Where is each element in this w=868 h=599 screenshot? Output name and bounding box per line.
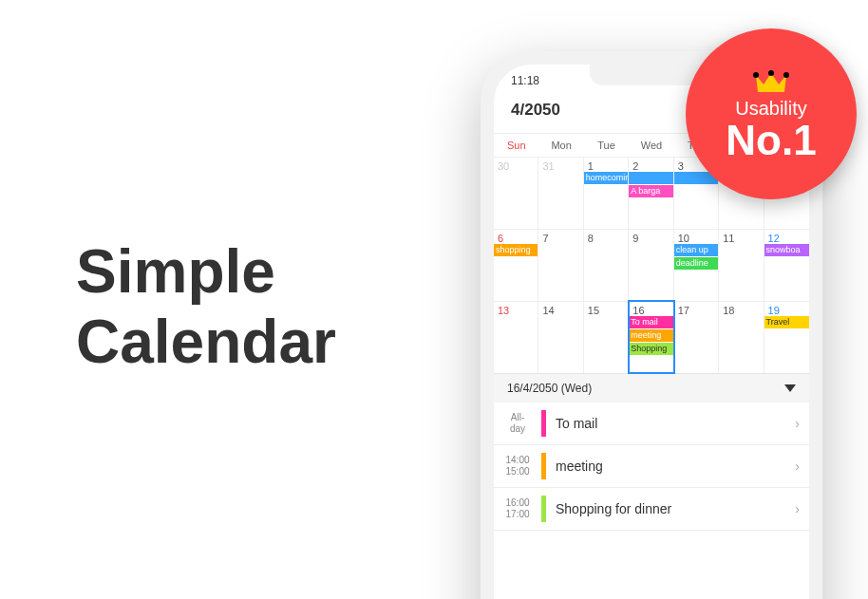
date-number: 2 <box>629 158 672 172</box>
hero-line1: Simple <box>76 237 336 308</box>
calendar-cell[interactable]: 6shopping <box>494 229 538 301</box>
date-number: 1 <box>584 158 628 172</box>
agenda-item[interactable]: All-dayTo mail› <box>494 402 809 445</box>
agenda-list[interactable]: All-dayTo mail›14:0015:00meeting›16:0017… <box>494 402 809 531</box>
calendar-cell[interactable]: 8 <box>584 229 629 301</box>
hero-line2: Calendar <box>76 308 336 378</box>
event-chip[interactable] <box>629 172 673 184</box>
date-number: 12 <box>764 230 809 244</box>
event-chip[interactable]: meeting <box>629 329 672 342</box>
date-number: 30 <box>494 158 538 172</box>
date-number: 11 <box>719 230 763 244</box>
dow-sun: Sun <box>494 134 538 157</box>
chevron-right-icon: › <box>795 501 800 516</box>
agenda-date: 16/4/2050 (Wed) <box>507 382 592 395</box>
calendar-cell[interactable]: 7 <box>538 229 583 301</box>
agenda-item[interactable]: 16:0017:00Shopping for dinner› <box>494 488 809 531</box>
date-number: 19 <box>764 302 809 316</box>
date-number: 13 <box>494 302 538 316</box>
chevron-right-icon: › <box>795 416 800 431</box>
usability-badge: Usability No.1 <box>686 28 857 199</box>
event-chip[interactable]: Travel <box>764 316 809 328</box>
status-time: 11:18 <box>511 74 539 87</box>
date-number: 9 <box>629 230 672 244</box>
agenda-title: Shopping for dinner <box>556 501 795 516</box>
calendar-cell[interactable]: 1homecoming <box>584 157 629 229</box>
date-number: 7 <box>538 230 582 244</box>
collapse-icon[interactable] <box>784 384 796 392</box>
calendar-cell[interactable]: 14 <box>538 301 583 373</box>
agenda-time: 14:0015:00 <box>494 455 541 477</box>
event-chip[interactable]: shopping <box>494 244 538 256</box>
calendar-cell[interactable]: 18 <box>719 301 764 373</box>
calendar-cell[interactable]: 2A barga <box>629 157 673 229</box>
calendar-cell[interactable]: 15 <box>584 301 629 373</box>
calendar-cell[interactable]: 11 <box>719 229 764 301</box>
badge-line2: No.1 <box>726 120 816 161</box>
agenda-title: To mail <box>556 416 795 431</box>
date-number: 31 <box>538 158 582 172</box>
calendar-cell[interactable]: 9 <box>629 229 673 301</box>
agenda-time: All-day <box>494 412 541 435</box>
chevron-right-icon: › <box>795 459 800 474</box>
agenda-title: meeting <box>556 459 795 474</box>
agenda-color-bar <box>541 410 546 437</box>
date-number: 15 <box>584 302 628 316</box>
svg-point-0 <box>753 72 759 78</box>
event-chip[interactable]: clean up <box>674 244 718 256</box>
calendar-cell[interactable]: 19Travel <box>764 301 809 373</box>
date-number: 14 <box>538 302 582 316</box>
agenda-time: 16:0017:00 <box>494 497 541 520</box>
calendar-cell[interactable]: 31 <box>538 157 583 229</box>
event-chip[interactable]: homecoming <box>584 172 629 184</box>
calendar-cell[interactable]: 30 <box>494 157 538 229</box>
date-number: 18 <box>719 302 763 316</box>
calendar-cell[interactable]: 12snowboa <box>764 229 809 301</box>
agenda-header[interactable]: 16/4/2050 (Wed) <box>494 373 809 402</box>
calendar-cell[interactable]: 16To mailmeetingShopping <box>629 301 673 373</box>
svg-point-2 <box>783 72 789 78</box>
calendar-cell[interactable]: 17 <box>674 301 719 373</box>
hero-title: Simple Calendar <box>76 237 336 377</box>
event-chip[interactable]: Shopping <box>629 343 672 355</box>
event-chip[interactable]: To mail <box>629 316 672 328</box>
date-number: 17 <box>674 302 718 316</box>
calendar-cell[interactable]: 10clean updeadline <box>674 229 719 301</box>
agenda-color-bar <box>541 496 546 522</box>
dow-tue: Tue <box>584 134 629 157</box>
crown-icon <box>752 67 790 96</box>
event-chip[interactable]: snowboa <box>764 244 809 256</box>
agenda-item[interactable]: 14:0015:00meeting› <box>494 445 809 488</box>
date-number: 16 <box>629 302 672 316</box>
date-number: 6 <box>494 230 538 244</box>
dow-mon: Mon <box>538 134 583 157</box>
svg-point-1 <box>768 70 774 76</box>
event-chip[interactable]: A barga <box>629 185 672 197</box>
calendar-cell[interactable]: 13 <box>494 301 538 373</box>
date-number: 8 <box>584 230 628 244</box>
agenda-color-bar <box>541 453 546 479</box>
dow-wed: Wed <box>629 134 673 157</box>
date-number: 10 <box>674 230 718 244</box>
event-chip[interactable]: deadline <box>674 257 718 270</box>
